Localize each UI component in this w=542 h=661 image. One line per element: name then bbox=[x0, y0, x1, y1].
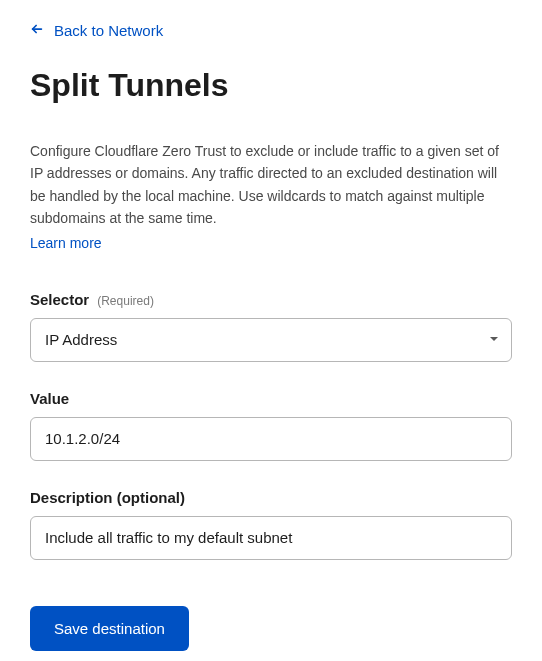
description-input[interactable] bbox=[30, 516, 512, 560]
learn-more-link[interactable]: Learn more bbox=[30, 235, 102, 251]
page-description: Configure Cloudflare Zero Trust to exclu… bbox=[30, 140, 512, 230]
selector-selected-value: IP Address bbox=[45, 331, 117, 348]
value-label: Value bbox=[30, 390, 69, 407]
page-title: Split Tunnels bbox=[30, 67, 512, 104]
description-label: Description (optional) bbox=[30, 489, 185, 506]
selector-dropdown[interactable]: IP Address bbox=[30, 318, 512, 362]
selector-required-hint: (Required) bbox=[97, 294, 154, 308]
save-destination-button[interactable]: Save destination bbox=[30, 606, 189, 651]
selector-label: Selector bbox=[30, 291, 89, 308]
description-field-group: Description (optional) bbox=[30, 489, 512, 560]
value-field-group: Value bbox=[30, 390, 512, 461]
value-input[interactable] bbox=[30, 417, 512, 461]
back-link-label: Back to Network bbox=[54, 22, 163, 39]
selector-field-group: Selector (Required) IP Address bbox=[30, 291, 512, 362]
arrow-left-icon bbox=[30, 22, 44, 39]
back-to-network-link[interactable]: Back to Network bbox=[30, 22, 163, 39]
